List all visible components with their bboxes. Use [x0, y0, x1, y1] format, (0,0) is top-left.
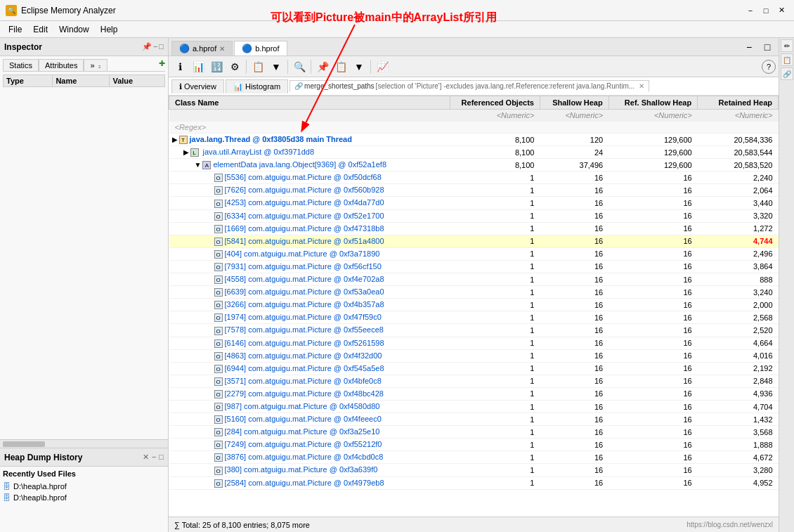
- table-row[interactable]: O[1669] com.atguigu.mat.Picture @ 0xf473…: [169, 222, 779, 235]
- filter-retained[interactable]: [698, 122, 779, 134]
- scrollbar-thumb[interactable]: [3, 441, 45, 447]
- table-row[interactable]: O[5841] com.atguigu.mat.Picture @ 0xf51a…: [169, 235, 779, 247]
- row-class-name[interactable]: O[7931] com.atguigu.mat.Picture @ 0xf56c…: [169, 260, 450, 273]
- table-row[interactable]: O[7578] com.atguigu.mat.Picture @ 0xf55e…: [169, 324, 779, 337]
- table-row[interactable]: O[404] com.atguigu.mat.Picture @ 0xf3a71…: [169, 247, 779, 260]
- row-class-name[interactable]: O[6639] com.atguigu.mat.Picture @ 0xf53a…: [169, 286, 450, 299]
- table-row[interactable]: O[2584] com.atguigu.mat.Picture @ 0xf497…: [169, 476, 779, 489]
- table-row[interactable]: O[5536] com.atguigu.mat.Picture @ 0xf50d…: [169, 171, 779, 184]
- expand-icon[interactable]: ▼: [195, 161, 202, 169]
- row-class-name[interactable]: O[5160] com.atguigu.mat.Picture @ 0xf4fe…: [169, 413, 450, 426]
- expand-icon[interactable]: ▶: [183, 148, 189, 156]
- table-row[interactable]: O[3571] com.atguigu.mat.Picture @ 0xf4bf…: [169, 375, 779, 387]
- tab-b-hprof[interactable]: 🔵 b.hprof: [234, 41, 287, 56]
- row-class-name[interactable]: O[5536] com.atguigu.mat.Picture @ 0xf50d…: [169, 171, 450, 184]
- table-row[interactable]: ▼AelementData java.lang.Object[9369] @ 0…: [169, 159, 779, 171]
- table-row[interactable]: O[4558] com.atguigu.mat.Picture @ 0xf4e7…: [169, 273, 779, 286]
- minimize-button[interactable]: −: [743, 4, 757, 18]
- table-row[interactable]: O[6334] com.atguigu.mat.Picture @ 0xf52e…: [169, 209, 779, 222]
- view-tab-merge[interactable]: 🔗 merge_shortest_paths [selection of 'Pi…: [289, 80, 649, 92]
- table-row[interactable]: O[6146] com.atguigu.mat.Picture @ 0xf526…: [169, 337, 779, 349]
- row-class-name[interactable]: O[987] com.atguigu.mat.Picture @ 0xf4580…: [169, 400, 450, 413]
- table-row[interactable]: O[3266] com.atguigu.mat.Picture @ 0xf4b3…: [169, 299, 779, 311]
- row-class-name[interactable]: O[3266] com.atguigu.mat.Picture @ 0xf4b3…: [169, 299, 450, 311]
- heap-max-icon[interactable]: □: [159, 453, 164, 462]
- row-class-name[interactable]: O[1974] com.atguigu.mat.Picture @ 0xf47f…: [169, 311, 450, 324]
- col-retained[interactable]: Retained Heap: [698, 96, 779, 110]
- col-class-name[interactable]: Class Name: [169, 96, 450, 110]
- toolbar-chart-btn[interactable]: 📈: [374, 58, 391, 75]
- tab-a-close[interactable]: ✕: [219, 45, 225, 53]
- table-row[interactable]: O[284] com.atguigu.mat.Picture @ 0xf3a25…: [169, 426, 779, 439]
- heap-close-icon[interactable]: ✕: [143, 453, 149, 462]
- toolbar-nav2-btn[interactable]: 📋: [332, 58, 349, 75]
- heap-file-b[interactable]: 🗄 D:\heap\b.hprof: [3, 492, 165, 503]
- row-class-name[interactable]: O[3571] com.atguigu.mat.Picture @ 0xf4bf…: [169, 375, 450, 387]
- inspector-scrollbar[interactable]: [0, 439, 168, 448]
- table-row[interactable]: O[7249] com.atguigu.mat.Picture @ 0xf552…: [169, 439, 779, 451]
- table-row[interactable]: O[5160] com.atguigu.mat.Picture @ 0xf4fe…: [169, 413, 779, 426]
- toolbar-query-btn[interactable]: ⚙: [226, 58, 243, 75]
- toolbar-reports-btn[interactable]: 📋: [249, 58, 266, 75]
- close-button[interactable]: ✕: [774, 4, 788, 18]
- toolbar-info-btn[interactable]: ℹ: [171, 58, 188, 75]
- toolbar-dropdown-btn[interactable]: ▼: [268, 58, 285, 75]
- row-class-name[interactable]: O[7626] com.atguigu.mat.Picture @ 0xf560…: [169, 184, 450, 197]
- filter-ref[interactable]: [450, 122, 540, 134]
- tab-restore-button[interactable]: −: [741, 39, 757, 56]
- inspector-pin-icon[interactable]: 📌: [142, 42, 152, 51]
- filter-class[interactable]: <Regex>: [169, 122, 450, 134]
- menu-file[interactable]: File: [3, 23, 27, 36]
- table-row[interactable]: ▶L java.util.ArrayList @ 0xf3971dd8 8,10…: [169, 146, 779, 159]
- inspector-min-icon[interactable]: −: [153, 42, 157, 51]
- toolbar-nav-drop[interactable]: ▼: [351, 58, 367, 75]
- table-row[interactable]: O[4863] com.atguigu.mat.Picture @ 0xf4f3…: [169, 349, 779, 362]
- row-class-name[interactable]: O[6334] com.atguigu.mat.Picture @ 0xf52e…: [169, 209, 450, 222]
- tab-statics[interactable]: Statics: [3, 59, 39, 71]
- tab-close-button[interactable]: □: [759, 39, 776, 56]
- row-class-name[interactable]: O[4253] com.atguigu.mat.Picture @ 0xf4da…: [169, 197, 450, 209]
- menu-window[interactable]: Window: [53, 23, 95, 36]
- col-ref-obj[interactable]: Referenced Objects: [450, 96, 540, 110]
- table-row[interactable]: O[3876] com.atguigu.mat.Picture @ 0xf4cb…: [169, 451, 779, 464]
- row-class-name[interactable]: O[4558] com.atguigu.mat.Picture @ 0xf4e7…: [169, 273, 450, 286]
- row-class-name[interactable]: ▼AelementData java.lang.Object[9369] @ 0…: [169, 159, 450, 171]
- table-row[interactable]: O[2279] com.atguigu.mat.Picture @ 0xf48b…: [169, 387, 779, 400]
- table-row[interactable]: O[6944] com.atguigu.mat.Picture @ 0xf545…: [169, 362, 779, 375]
- table-row[interactable]: O[4253] com.atguigu.mat.Picture @ 0xf4da…: [169, 197, 779, 209]
- tab-attributes[interactable]: Attributes: [39, 59, 84, 71]
- row-class-name[interactable]: O[1669] com.atguigu.mat.Picture @ 0xf473…: [169, 222, 450, 235]
- filter-shallow[interactable]: [540, 122, 608, 134]
- table-row[interactable]: O[7626] com.atguigu.mat.Picture @ 0xf560…: [169, 184, 779, 197]
- menu-help[interactable]: Help: [95, 23, 124, 36]
- row-class-name[interactable]: O[4863] com.atguigu.mat.Picture @ 0xf4f3…: [169, 349, 450, 362]
- toolbar-search-btn[interactable]: 🔍: [291, 58, 308, 75]
- row-class-name[interactable]: O[2279] com.atguigu.mat.Picture @ 0xf48b…: [169, 387, 450, 400]
- row-class-name[interactable]: ▶L java.util.ArrayList @ 0xf3971dd8: [169, 146, 450, 159]
- tab-more[interactable]: » ₂: [84, 59, 107, 71]
- filter-ref-shallow[interactable]: [608, 122, 698, 134]
- row-class-name[interactable]: O[380] com.atguigu.mat.Picture @ 0xf3a63…: [169, 464, 450, 476]
- row-class-name[interactable]: O[6944] com.atguigu.mat.Picture @ 0xf545…: [169, 362, 450, 375]
- heap-file-a[interactable]: 🗄 D:\heap\a.hprof: [3, 481, 165, 492]
- toolbar-dominator-btn[interactable]: 🔢: [208, 58, 225, 75]
- row-class-name[interactable]: O[6146] com.atguigu.mat.Picture @ 0xf526…: [169, 337, 450, 349]
- view-tab-overview[interactable]: ℹ Overview: [171, 79, 224, 93]
- col-ref-shallow[interactable]: Ref. Shallow Heap: [608, 96, 698, 110]
- table-row[interactable]: O[1974] com.atguigu.mat.Picture @ 0xf47f…: [169, 311, 779, 324]
- toolbar-histogram-btn[interactable]: 📊: [190, 58, 207, 75]
- row-class-name[interactable]: O[5841] com.atguigu.mat.Picture @ 0xf51a…: [169, 235, 450, 247]
- maximize-button[interactable]: □: [759, 4, 773, 18]
- toolbar-nav-btn[interactable]: 📌: [314, 58, 331, 75]
- table-row[interactable]: O[7931] com.atguigu.mat.Picture @ 0xf56c…: [169, 260, 779, 273]
- tab-a-hprof[interactable]: 🔵 a.hprof ✕: [171, 41, 233, 56]
- table-row[interactable]: O[987] com.atguigu.mat.Picture @ 0xf4580…: [169, 400, 779, 413]
- row-class-name[interactable]: ▶Tjava.lang.Thread @ 0xf3805d38 main Thr…: [169, 134, 450, 146]
- row-class-name[interactable]: O[2584] com.atguigu.mat.Picture @ 0xf497…: [169, 476, 450, 489]
- table-row[interactable]: ▶Tjava.lang.Thread @ 0xf3805d38 main Thr…: [169, 134, 779, 146]
- row-class-name[interactable]: O[404] com.atguigu.mat.Picture @ 0xf3a71…: [169, 247, 450, 260]
- table-row[interactable]: O[380] com.atguigu.mat.Picture @ 0xf3a63…: [169, 464, 779, 476]
- col-shallow-heap[interactable]: Shallow Heap: [540, 96, 608, 110]
- inspector-add-icon[interactable]: ✚: [159, 59, 165, 71]
- merge-tab-close[interactable]: ✕: [639, 82, 644, 90]
